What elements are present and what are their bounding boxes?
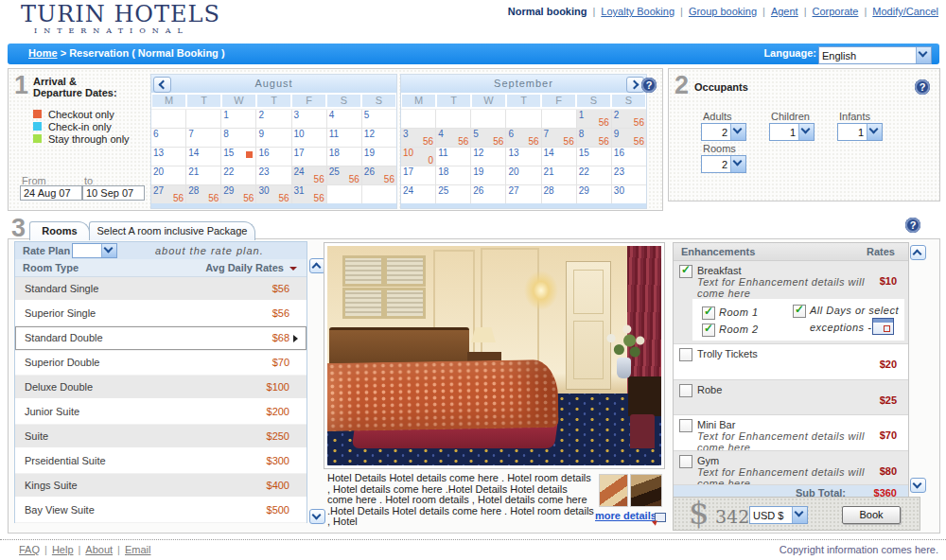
- calendar-cell[interactable]: 21: [186, 166, 220, 184]
- calendar-cell[interactable]: 13: [506, 148, 540, 166]
- rate-plan-select[interactable]: [72, 243, 117, 258]
- nav-link-modify-cancel[interactable]: Modify/Cancel: [872, 6, 938, 17]
- room-row-standard-single[interactable]: Standard Single$56: [15, 277, 307, 302]
- tab-room-inclusive-package[interactable]: Select A room inclusive Package: [89, 221, 255, 240]
- calendar-cell[interactable]: 456: [436, 129, 470, 147]
- children-select[interactable]: 1: [769, 123, 815, 141]
- calendar-cell[interactable]: [327, 185, 361, 203]
- calendar-cell[interactable]: 14: [542, 148, 576, 166]
- calendar-cell[interactable]: 19: [471, 166, 505, 184]
- calendar-cell[interactable]: 2756: [151, 185, 185, 203]
- calendar-cell[interactable]: 1: [221, 110, 255, 128]
- calendar-cell[interactable]: 19: [362, 148, 396, 166]
- calendar-cell[interactable]: 2656: [362, 166, 396, 184]
- room-list-scroll-down-button[interactable]: [309, 509, 325, 524]
- footer-link-email[interactable]: Email: [125, 544, 151, 555]
- calendar-cell[interactable]: 25: [436, 185, 470, 203]
- sort-descending-icon[interactable]: [289, 267, 297, 274]
- footer-link-help[interactable]: Help: [52, 544, 74, 555]
- calendar-cell[interactable]: [506, 110, 540, 128]
- room-row-junior-suite[interactable]: Junior Suite$200: [15, 400, 307, 425]
- currency-select[interactable]: USD $: [749, 506, 808, 524]
- calendar-cell[interactable]: 12: [471, 148, 505, 166]
- calendar-cell[interactable]: 4: [327, 110, 361, 128]
- calendar-cell[interactable]: 29: [577, 185, 611, 203]
- calendar-cell[interactable]: [542, 110, 576, 128]
- calendar-cell[interactable]: 17: [292, 148, 326, 166]
- calendar-cell[interactable]: 856: [577, 129, 611, 147]
- calendar-cell[interactable]: 100: [401, 148, 435, 166]
- nav-link-normal-booking[interactable]: Normal booking: [508, 6, 587, 17]
- enhancements-scroll-down-button[interactable]: [910, 478, 926, 493]
- room-row-superior-double[interactable]: Superior Double$70: [15, 351, 307, 376]
- from-input[interactable]: [20, 185, 82, 201]
- calendar-cell[interactable]: 24: [401, 185, 435, 203]
- calendar-cell[interactable]: 22: [577, 166, 611, 184]
- calendar-cell[interactable]: 7: [186, 129, 220, 147]
- calendar-cell[interactable]: 15: [577, 148, 611, 166]
- rooms-select[interactable]: 2: [701, 155, 746, 173]
- calendar-cell[interactable]: 11: [436, 148, 470, 166]
- calendar-cell[interactable]: [471, 110, 505, 128]
- help-icon-dates[interactable]: [641, 78, 657, 93]
- enhancements-scroll-up-button[interactable]: [910, 245, 926, 260]
- language-select[interactable]: English: [818, 46, 932, 64]
- calendar-cell[interactable]: 5: [362, 110, 396, 128]
- breadcrumb-home-link[interactable]: Home: [28, 47, 58, 59]
- to-input[interactable]: [82, 185, 145, 201]
- calendar-cell[interactable]: 556: [471, 129, 505, 147]
- calendar-cell[interactable]: 12: [362, 129, 396, 147]
- calendar-cell[interactable]: [362, 185, 396, 203]
- calendar-cell[interactable]: 756: [542, 129, 576, 147]
- room-row-suite[interactable]: Suite$250: [15, 425, 307, 449]
- calendar-cell[interactable]: [151, 110, 185, 128]
- room-row-prseidential-suite[interactable]: Prseidential Suite$300: [15, 449, 307, 474]
- calendar-cell[interactable]: 20: [506, 166, 540, 184]
- calendar-cell[interactable]: 28: [542, 185, 576, 203]
- calendar-cell[interactable]: 20: [151, 166, 185, 184]
- calendar-cell[interactable]: 2956: [221, 185, 255, 203]
- adults-select[interactable]: 2: [701, 123, 746, 141]
- calendar-cell[interactable]: 8: [221, 129, 255, 147]
- calendar-cell[interactable]: 23: [612, 166, 646, 184]
- calendar-cell[interactable]: 3156: [292, 185, 326, 203]
- room-1-checkbox[interactable]: [702, 306, 715, 320]
- nav-link-agent[interactable]: Agent: [771, 6, 798, 17]
- calendar-cell[interactable]: 256: [612, 110, 646, 128]
- calendar-prev-button[interactable]: [153, 77, 171, 93]
- all-days-checkbox[interactable]: [793, 305, 806, 318]
- nav-link-corporate[interactable]: Corporate: [813, 6, 859, 17]
- calendar-cell[interactable]: 15: [221, 148, 255, 166]
- thumbnail-restaurant[interactable]: [599, 474, 628, 507]
- calendar-cell[interactable]: 22: [221, 166, 255, 184]
- nav-link-loyalty-booking[interactable]: Loyalty Booking: [601, 6, 674, 17]
- more-details-link[interactable]: more details: [595, 510, 657, 521]
- enhancement-checkbox-mini-bar[interactable]: [679, 419, 692, 432]
- calendar-cell[interactable]: 30: [612, 185, 646, 203]
- calendar-cell[interactable]: 956: [612, 129, 646, 147]
- help-icon-occupants[interactable]: [915, 79, 930, 95]
- calendar-cell[interactable]: [401, 110, 435, 128]
- enhancement-checkbox-trolly-tickets[interactable]: [679, 348, 692, 361]
- tab-rooms[interactable]: Rooms: [29, 221, 90, 240]
- calendar-cell[interactable]: 2: [256, 110, 290, 128]
- calendar-cell[interactable]: 156: [577, 110, 611, 128]
- enhancement-checkbox-robe[interactable]: [679, 384, 692, 397]
- room-row-superior-single[interactable]: Superior Single$56: [15, 302, 307, 326]
- calendar-cell[interactable]: 16: [612, 148, 646, 166]
- calendar-cell[interactable]: 656: [506, 129, 540, 147]
- calendar-cell[interactable]: 26: [471, 185, 505, 203]
- help-icon-rooms[interactable]: [905, 218, 920, 233]
- calendar-cell[interactable]: 2856: [186, 185, 220, 203]
- calendar-cell[interactable]: 16: [256, 148, 290, 166]
- calendar-cell[interactable]: 21: [542, 166, 576, 184]
- calendar-cell[interactable]: 2556: [327, 166, 361, 184]
- calendar-cell[interactable]: 11: [327, 129, 361, 147]
- room-row-deluxe-double[interactable]: Deluxe Double$100: [15, 376, 307, 400]
- room-row-standard-double[interactable]: Standard Double$68: [15, 326, 307, 351]
- calendar-cell[interactable]: 27: [506, 185, 540, 203]
- calendar-cell[interactable]: 356: [401, 129, 435, 147]
- calendar-cell[interactable]: [186, 110, 220, 128]
- calendar-cell[interactable]: 23: [256, 166, 290, 184]
- enhancement-checkbox-breakfast[interactable]: [679, 265, 692, 278]
